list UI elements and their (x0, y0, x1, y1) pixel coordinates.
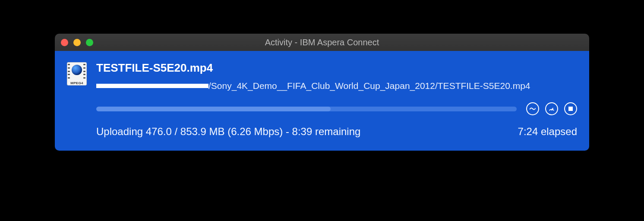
speedometer-icon (548, 105, 555, 112)
quicktime-icon (72, 65, 82, 75)
stop-icon (568, 106, 573, 111)
transfer-details: TESTFILE-S5E20.mp4 /Sony_4K_Demo__FIFA_C… (96, 61, 577, 138)
titlebar[interactable]: Activity - IBM Aspera Connect (55, 34, 589, 51)
activity-chart-icon (529, 105, 536, 112)
redacted-path-segment (96, 84, 208, 88)
maximize-window-button[interactable] (86, 39, 93, 46)
traffic-lights (61, 39, 93, 46)
window-title: Activity - IBM Aspera Connect (55, 38, 589, 47)
rate-button[interactable] (545, 102, 558, 115)
progress-bar (96, 107, 517, 111)
chart-button[interactable] (526, 102, 539, 115)
progress-row (96, 102, 577, 115)
status-row: Uploading 476.0 / 853.9 MB (6.26 Mbps) -… (96, 126, 577, 138)
file-path-suffix: /Sony_4K_Demo__FIFA_Club_World_Cup_Japan… (208, 81, 530, 91)
transfer-controls (526, 102, 577, 115)
status-text: Uploading 476.0 / 853.9 MB (6.26 Mbps) -… (96, 126, 360, 138)
minimize-window-button[interactable] (73, 39, 81, 46)
svg-rect-1 (568, 107, 573, 111)
stop-button[interactable] (564, 102, 577, 115)
file-type-icon: MPEG4 (67, 62, 87, 85)
elapsed-text: 7:24 elapsed (518, 126, 577, 138)
activity-window: Activity - IBM Aspera Connect MPEG4 TEST… (55, 34, 589, 151)
file-name: TESTFILE-S5E20.mp4 (96, 61, 577, 75)
close-window-button[interactable] (61, 39, 68, 46)
file-path: /Sony_4K_Demo__FIFA_Club_World_Cup_Japan… (96, 81, 577, 91)
file-type-label: MPEG4 (67, 81, 87, 85)
progress-fill (96, 107, 331, 111)
transfer-panel: MPEG4 TESTFILE-S5E20.mp4 /Sony_4K_Demo__… (55, 51, 589, 151)
